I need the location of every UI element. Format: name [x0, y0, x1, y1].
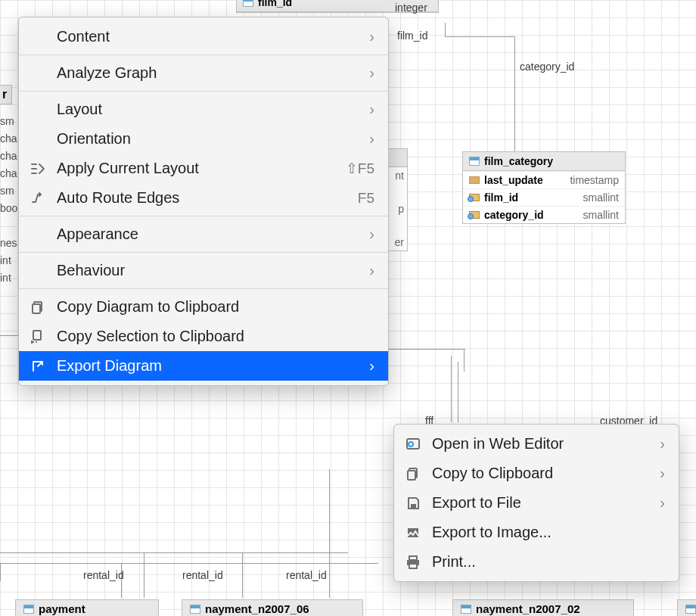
svg-rect-7 — [411, 504, 416, 508]
copy-icon — [30, 299, 46, 316]
chevron-right-icon: › — [346, 28, 374, 45]
chevron-right-icon: › — [346, 64, 374, 82]
edge-line — [458, 362, 458, 422]
table-title: film_category — [484, 155, 553, 167]
table-header[interactable]: film_category — [463, 152, 625, 171]
menu-separator — [19, 54, 388, 55]
edge-line — [514, 36, 515, 151]
table-row[interactable]: film_id smallint — [463, 188, 625, 206]
edge-line — [0, 552, 348, 553]
edge-line — [445, 36, 514, 37]
menu-item-appearance[interactable]: Appearance › — [19, 219, 388, 249]
table-header-fragment[interactable]: n — [677, 599, 696, 616]
edge-line — [445, 23, 446, 36]
menu-separator — [19, 216, 388, 216]
submenu-copy-to-clipboard[interactable]: Copy to Clipboard › — [394, 459, 679, 488]
menu-item-label: Analyze Graph — [57, 64, 157, 82]
table-header-payment[interactable]: payment — [15, 599, 159, 616]
menu-item-label: Appearance — [57, 226, 138, 243]
chevron-right-icon: › — [346, 130, 374, 148]
table-row[interactable]: last_update timestamp — [463, 171, 625, 188]
menu-item-label: Apply Current Layout — [57, 160, 199, 177]
menu-item-auto-route-edges[interactable]: Auto Route Edges F5 — [19, 183, 388, 213]
edge-line — [464, 349, 465, 372]
table-row[interactable]: category_id smallint — [463, 206, 625, 223]
image-icon — [405, 524, 421, 541]
column-type: integer — [395, 2, 427, 14]
edge-line — [451, 356, 452, 422]
submenu-open-web-editor[interactable]: Open in Web Editor › — [394, 429, 679, 459]
edge-line — [144, 552, 144, 598]
menu-shortcut: F5 — [335, 190, 374, 207]
menu-item-layout[interactable]: Layout › — [19, 95, 388, 124]
menu-item-behaviour[interactable]: Behaviour › — [19, 256, 388, 285]
svg-rect-11 — [409, 564, 417, 568]
table-icon — [190, 605, 200, 614]
chevron-right-icon: › — [346, 226, 374, 243]
svg-point-4 — [409, 442, 413, 446]
menu-item-label: Behaviour — [57, 262, 125, 279]
chevron-right-icon: › — [637, 465, 665, 482]
edge-label-rental-id: rental_id — [286, 569, 327, 581]
menu-item-copy-diagram-clipboard[interactable]: Copy Diagram to Clipboard — [19, 292, 388, 322]
svg-rect-1 — [33, 304, 40, 313]
svg-rect-6 — [408, 471, 415, 480]
menu-item-label: Copy to Clipboard — [432, 465, 553, 482]
save-icon — [405, 495, 421, 512]
menu-item-content[interactable]: Content › — [19, 22, 388, 51]
menu-item-orientation[interactable]: Orientation › — [19, 124, 388, 154]
submenu-export-to-file[interactable]: Export to File › — [394, 488, 679, 518]
menu-item-label: Copy Selection to Clipboard — [57, 328, 244, 345]
menu-item-label: Auto Route Edges — [57, 189, 179, 207]
column-icon — [469, 176, 480, 184]
print-icon — [405, 554, 421, 571]
route-icon — [30, 190, 46, 207]
left-partial-header: r — [0, 85, 12, 104]
context-menu: Content › Analyze Graph › Layout › Orien… — [18, 17, 389, 386]
menu-item-export-diagram[interactable]: Export Diagram › — [19, 351, 388, 381]
table-film-category[interactable]: film_category last_update timestamp film… — [462, 151, 626, 224]
menu-item-label: Layout — [57, 101, 102, 118]
fk-icon — [469, 211, 480, 219]
menu-separator — [19, 91, 388, 92]
table-icon — [461, 605, 471, 614]
edge-label-category-id: category_id — [520, 61, 574, 73]
left-partial-types: sm cha cha cha sm boo nes int int — [0, 112, 17, 286]
table-header-payment-2007-06[interactable]: nayment_n2007_06 — [182, 599, 363, 616]
chevron-right-icon: › — [346, 262, 374, 279]
menu-item-label: Export to Image... — [432, 524, 552, 541]
edge-line — [0, 563, 1, 581]
table-icon — [243, 0, 253, 7]
fk-icon — [469, 194, 480, 201]
table-header-payment-2007-02[interactable]: nayment_n2007_02 — [452, 599, 634, 616]
chevron-right-icon: › — [346, 101, 374, 118]
edge-label-film-id: film_id — [397, 30, 427, 42]
copy-text-icon — [30, 328, 46, 345]
submenu-export-to-image[interactable]: Export to Image... — [394, 518, 679, 547]
menu-item-copy-selection-clipboard[interactable]: Copy Selection to Clipboard — [19, 322, 388, 351]
menu-item-label: Export to File — [432, 494, 521, 512]
menu-item-label: Content — [57, 28, 110, 45]
export-icon — [30, 358, 46, 375]
chevron-right-icon: › — [637, 435, 665, 453]
edge-line — [0, 563, 378, 564]
menu-item-apply-current-layout[interactable]: Apply Current Layout ⇧F5 — [19, 154, 388, 183]
edge-line — [378, 349, 465, 350]
table-icon — [23, 605, 34, 614]
menu-item-analyze-graph[interactable]: Analyze Graph › — [19, 58, 388, 88]
table-title: film_id — [258, 0, 292, 8]
table-icon — [469, 157, 480, 166]
menu-item-label: Print... — [432, 553, 476, 571]
menu-item-label: Export Diagram — [57, 357, 162, 375]
submenu-print[interactable]: Print... — [394, 547, 679, 577]
edge-line — [242, 552, 243, 598]
menu-item-label: Open in Web Editor — [432, 435, 564, 453]
edge-label-rental-id: rental_id — [83, 569, 124, 581]
copy-icon — [405, 465, 421, 482]
export-submenu: Open in Web Editor › Copy to Clipboard ›… — [393, 424, 679, 582]
menu-separator — [19, 252, 388, 253]
svg-rect-10 — [409, 556, 417, 560]
menu-separator — [19, 288, 388, 289]
svg-rect-2 — [33, 331, 41, 340]
menu-item-label: Orientation — [57, 130, 131, 148]
